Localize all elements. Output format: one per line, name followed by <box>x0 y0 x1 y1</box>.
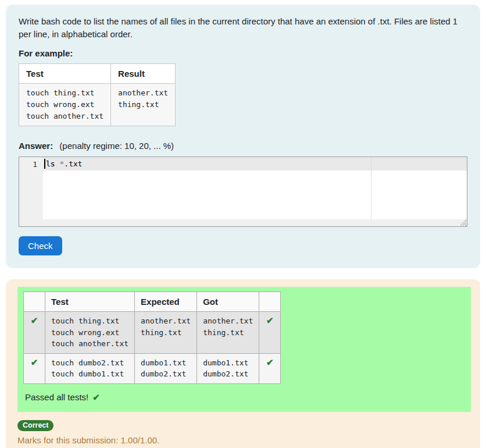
example-table-header-row: Test Result <box>19 64 176 84</box>
result-test-cell: touch thing.txt touch wrong.ext touch an… <box>45 312 135 354</box>
results-header-row: Test Expected Got <box>24 292 281 312</box>
result-expected-cell: another.txt thing.txt <box>135 312 197 354</box>
code-line: ls *.txt <box>43 157 467 170</box>
results-column-header-expected: Expected <box>135 292 197 312</box>
check-button[interactable]: Check <box>19 236 62 255</box>
code-text-suffix: .txt <box>64 159 82 168</box>
editor-resize-handle[interactable] <box>460 219 466 226</box>
example-table-row: touch thing.txt touch wrong.ext touch an… <box>19 84 176 126</box>
results-table: Test Expected Got ✔ touch thing.txt touc… <box>23 291 281 384</box>
passed-message-text: Passed all tests! <box>25 392 88 402</box>
results-column-header-got: Got <box>197 292 259 312</box>
example-test-cell: touch thing.txt touch wrong.ext touch an… <box>19 84 111 126</box>
results-column-header-test: Test <box>45 292 135 312</box>
passed-all-tests-message: Passed all tests!✔ <box>25 392 465 403</box>
answer-label: Answer: <box>19 141 53 151</box>
result-expected-cell: dumbo1.txt dumbo2.txt <box>135 353 197 383</box>
result-row: ✔ touch dumbo2.txt touch dumbo1.txt dumb… <box>24 353 281 383</box>
result-got-cell: dumbo1.txt dumbo2.txt <box>197 353 259 383</box>
example-column-header-test: Test <box>19 64 111 84</box>
editor-gutter: 1 <box>19 157 43 219</box>
check-icon: ✔ <box>92 392 100 402</box>
answer-line: Answer: (penalty regime: 10, 20, ... %) <box>19 141 467 151</box>
penalty-regime-text: (penalty regime: 10, 20, ... %) <box>59 141 174 151</box>
code-editor[interactable]: 1 ls *.txt <box>19 157 467 227</box>
check-icon: ✔ <box>24 353 45 383</box>
correct-badge: Correct <box>17 420 53 431</box>
example-table: Test Result touch thing.txt touch wrong.… <box>19 63 176 126</box>
check-icon: ✔ <box>259 312 281 354</box>
test-results-box: Test Expected Got ✔ touch thing.txt touc… <box>17 287 471 412</box>
example-label: For example: <box>19 48 467 58</box>
code-text: ls <box>46 159 59 168</box>
check-icon: ✔ <box>24 312 45 354</box>
example-result-cell: another.txt thing.txt <box>111 84 176 126</box>
check-icon: ✔ <box>259 353 281 383</box>
results-column-header-correct <box>259 292 281 312</box>
editor-code-area[interactable]: ls *.txt <box>43 157 467 219</box>
text-cursor-caret <box>44 159 45 169</box>
question-text: Write bash code to list the names of all… <box>19 15 467 41</box>
feedback-section: Test Expected Got ✔ touch thing.txt touc… <box>6 279 480 448</box>
editor-bottom-bar <box>19 219 467 226</box>
result-got-cell: another.txt thing.txt <box>197 312 259 354</box>
result-row: ✔ touch thing.txt touch wrong.ext touch … <box>24 312 281 354</box>
result-test-cell: touch dumbo2.txt touch dumbo1.txt <box>45 353 135 383</box>
marks-text: Marks for this submission: 1.00/1.00. <box>17 435 471 445</box>
question-section: Write bash code to list the names of all… <box>6 5 480 268</box>
line-number: 1 <box>19 158 37 171</box>
example-column-header-result: Result <box>111 64 176 84</box>
results-column-header-passed <box>24 292 45 312</box>
